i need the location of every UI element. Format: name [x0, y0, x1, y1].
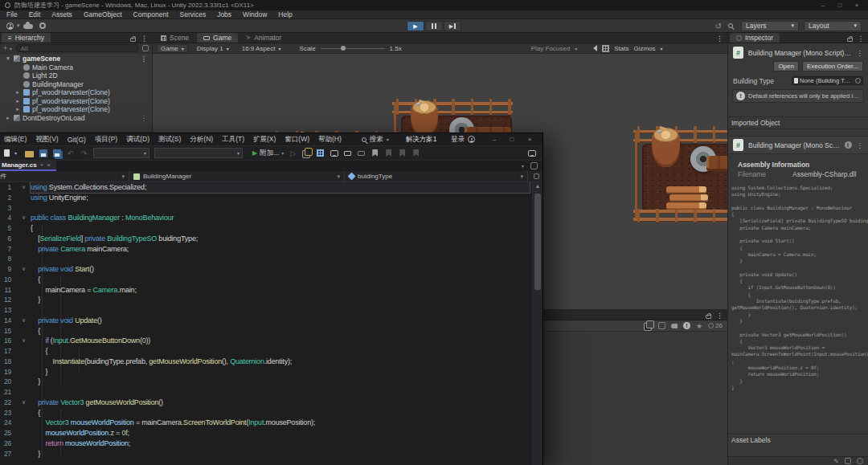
hierarchy-item[interactable]: ▸pf_woodHarvester(Clone): [0, 105, 152, 114]
window-layout-icon[interactable]: [316, 149, 325, 157]
menu-item[interactable]: 项目(P): [95, 135, 117, 145]
menu-item[interactable]: GameObject: [84, 10, 122, 18]
member-dropdown[interactable]: buidingType ▾: [345, 171, 528, 182]
search-icon[interactable]: [728, 23, 733, 28]
project-dropdown[interactable]: 件 ▾: [0, 171, 129, 182]
menu-item[interactable]: Services: [180, 10, 207, 18]
code-line[interactable]: 11 mainCamera = Camera.main;: [0, 285, 542, 296]
bookmark-prev-icon[interactable]: [384, 149, 393, 157]
attach-button[interactable]: ▶ 附加... ▾: [252, 149, 284, 158]
fold-icon[interactable]: ∨: [17, 316, 31, 326]
step-button[interactable]: ▶: [444, 21, 461, 31]
menu-item[interactable]: 工具(T): [222, 135, 244, 145]
fold-icon[interactable]: ∨: [17, 336, 31, 346]
kebab-icon[interactable]: ⋮: [141, 114, 153, 122]
pin-icon[interactable]: +: [40, 161, 44, 169]
bookmark-clear-icon[interactable]: [411, 149, 420, 157]
code-line[interactable]: 27 }: [0, 449, 542, 459]
hierarchy-item[interactable]: BuildingManager: [0, 80, 152, 89]
fold-icon[interactable]: ∨: [17, 182, 31, 193]
hierarchy-item[interactable]: Main Camera: [0, 63, 152, 72]
tab-options-icon[interactable]: [530, 162, 538, 169]
services-icon[interactable]: [39, 22, 46, 29]
navigate-forward-icon[interactable]: [357, 149, 366, 157]
layout-dropdown[interactable]: Layout▾: [804, 21, 862, 31]
display-dropdown[interactable]: Display 1▾: [193, 44, 233, 53]
code-line[interactable]: 26 return mouseWorldPosition;: [0, 438, 542, 449]
menu-item[interactable]: 分析(N): [190, 135, 213, 145]
code-line[interactable]: 17 {: [0, 346, 542, 357]
packages-icon[interactable]: [658, 322, 665, 329]
expander-icon[interactable]: ▸: [14, 98, 21, 104]
menu-item[interactable]: Jobs: [217, 10, 231, 18]
unity-close-button[interactable]: ×: [850, 2, 863, 9]
code-line[interactable]: 16∨ if (Input.GetMouseButtonDown(0)): [0, 336, 542, 346]
code-line[interactable]: 14∨ private void Update(): [0, 316, 542, 326]
menu-item[interactable]: Edit: [29, 10, 41, 18]
bookmark-next-icon[interactable]: [398, 149, 407, 157]
open-new-window-icon[interactable]: [646, 320, 654, 328]
vs-minimize-button[interactable]: –: [488, 136, 501, 143]
code-line[interactable]: 7 private Camera mainCamera;: [0, 244, 542, 255]
navigate-back-icon[interactable]: [343, 149, 352, 157]
open-folder-icon[interactable]: [25, 149, 34, 157]
menu-item[interactable]: Window: [243, 10, 267, 18]
object-picker-icon[interactable]: [855, 78, 861, 84]
gizmos-dropdown[interactable]: Gizmos: [633, 45, 655, 52]
code-line[interactable]: 3: [0, 203, 542, 214]
hierarchy-item[interactable]: ▸pf_woodHarvester(Clone): [0, 97, 152, 106]
menu-item[interactable]: File: [6, 10, 18, 18]
vs-close-button[interactable]: ×: [523, 136, 536, 143]
scroll-up-icon[interactable]: ▲: [533, 182, 542, 190]
code-line[interactable]: 24 Vector3 mouseWorldPosition = mainCame…: [0, 418, 542, 428]
search-by-label-icon[interactable]: [671, 324, 678, 328]
code-line[interactable]: 15 {: [0, 326, 542, 337]
building-type-object-field[interactable]: None (Building Type SO): [792, 76, 863, 85]
code-line[interactable]: 5{: [0, 223, 542, 234]
scale-slider[interactable]: [321, 48, 385, 49]
code-line[interactable]: 9∨ private void Start(): [0, 264, 542, 275]
lock-icon[interactable]: [847, 38, 853, 42]
code-line[interactable]: 4∨public class BuildingManager : MonoBeh…: [0, 213, 542, 223]
bookmark-icon[interactable]: [371, 149, 379, 157]
tab-inspector[interactable]: Inspector: [730, 33, 780, 43]
unity-maximize-button[interactable]: □: [833, 2, 846, 9]
expander-icon[interactable]: ▾: [5, 55, 11, 62]
lock-icon[interactable]: [130, 38, 136, 42]
mute-audio-icon[interactable]: [593, 45, 597, 51]
fold-icon[interactable]: ∨: [17, 398, 31, 408]
vs-signin-button[interactable]: 登录: [451, 135, 475, 145]
kebab-icon[interactable]: ⋮: [716, 35, 723, 43]
code-line[interactable]: 8: [0, 254, 542, 264]
cloud-icon[interactable]: [23, 24, 33, 29]
code-line[interactable]: 25 mouseWorldPosition.z = 0f;: [0, 428, 542, 438]
kebab-icon[interactable]: ⋮: [857, 49, 864, 57]
code-line[interactable]: 13: [0, 305, 542, 316]
kebab-icon[interactable]: ⋮: [141, 35, 148, 43]
tab-scene[interactable]: Scene: [154, 33, 195, 43]
game-view-dropdown[interactable]: Game▾: [157, 44, 188, 53]
tab-hierarchy[interactable]: ≡ Hierarchy: [2, 33, 51, 43]
aspect-dropdown[interactable]: 16:9 Aspect▾: [238, 44, 285, 53]
pause-button[interactable]: [425, 21, 443, 31]
code-line[interactable]: 6 [SerializeField] private BuildingTypeS…: [0, 234, 542, 244]
menu-item[interactable]: Component: [133, 10, 169, 18]
vs-maximize-button[interactable]: □: [506, 136, 518, 143]
menu-item[interactable]: 测试(S): [158, 135, 181, 145]
menu-item[interactable]: Git(G): [68, 136, 86, 144]
expander-icon[interactable]: ▸: [5, 115, 11, 121]
expander-icon[interactable]: ▸: [14, 89, 21, 96]
solution-explorer-icon[interactable]: [302, 149, 311, 157]
hierarchy-item[interactable]: ▸DontDestroyOnLoad⋮: [0, 114, 152, 123]
scene-picking-icon[interactable]: [142, 45, 149, 51]
code-editor[interactable]: 1∨using System.Collections.Specialized;2…: [0, 182, 542, 465]
kebab-icon[interactable]: ⋮: [857, 141, 864, 149]
play-focused-dropdown[interactable]: Play Focused: [531, 45, 570, 52]
new-file-icon[interactable]: [2, 149, 11, 157]
code-line[interactable]: 1∨using System.Collections.Specialized;: [0, 182, 542, 193]
code-line[interactable]: 20 }: [0, 377, 542, 387]
redo-icon[interactable]: ↷: [80, 149, 88, 157]
layers-dropdown[interactable]: Layers▾: [741, 21, 799, 31]
menu-item[interactable]: Assets: [51, 10, 72, 18]
tab-game[interactable]: Game: [197, 33, 238, 43]
